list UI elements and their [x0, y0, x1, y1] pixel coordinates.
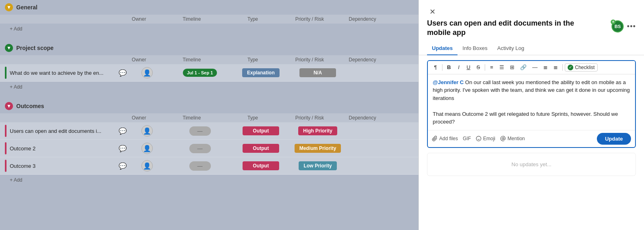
- timeline-badge: Jul 1 - Sep 1: [183, 69, 217, 77]
- section-project-scope: ▼ Project scope Owner Timeline Type Prio…: [0, 41, 418, 92]
- editor-content[interactable]: @Jennifer C On our call last week you me…: [428, 74, 635, 130]
- section-project-scope-header[interactable]: ▼ Project scope: [0, 41, 418, 55]
- col-dependency-label: Dependency: [338, 16, 387, 22]
- ps-col-timeline-label: Timeline: [159, 57, 224, 63]
- more-options-button[interactable]: •••: [627, 22, 636, 31]
- outcomes-col-headers: Owner Timeline Type Priority / Risk Depe…: [0, 113, 418, 122]
- editor-toolbar: ¶ B I U S ≡ ☰ ⊞ 🔗 — ≣ ≣ ✓ Checklist: [428, 61, 635, 74]
- table-row[interactable]: Users can open and edit documents i... 💬…: [0, 122, 418, 140]
- section-outcomes-header[interactable]: ▼ Outcomes: [0, 99, 418, 113]
- row-type: Output: [232, 144, 289, 153]
- mention-button[interactable]: Mention: [500, 136, 525, 141]
- ps-col-owner-label: Owner: [119, 57, 159, 63]
- panel-title: Users can open and edit documents in the…: [427, 19, 598, 38]
- tab-updates[interactable]: Updates: [427, 42, 458, 55]
- project-scope-icon: ▼: [5, 44, 13, 52]
- avatar-plus-icon: +: [611, 20, 616, 24]
- link-button[interactable]: 🔗: [518, 63, 529, 71]
- svg-point-3: [502, 138, 504, 140]
- comment-icon[interactable]: 💬: [119, 145, 127, 152]
- underline-button[interactable]: U: [464, 63, 473, 71]
- align-left-button[interactable]: ≣: [541, 63, 550, 71]
- panel-actions: + BS •••: [611, 19, 636, 33]
- toolbar-separator: [562, 64, 563, 71]
- row-name: Users can open and edit documents i...: [10, 128, 117, 134]
- type-badge: Output: [243, 126, 279, 135]
- section-general: ▼ General Owner Timeline Type Priority /…: [0, 0, 418, 34]
- ordered-list-button[interactable]: ≡: [487, 63, 496, 71]
- section-general-header[interactable]: ▼ General: [0, 0, 418, 15]
- col-priority-label: Priority / Risk: [281, 16, 338, 22]
- add-files-button[interactable]: Add files: [432, 136, 458, 141]
- row-owner: 👤: [127, 160, 167, 171]
- comment-icon[interactable]: 💬: [119, 69, 127, 77]
- general-icon: ▼: [5, 3, 13, 11]
- right-panel: ✕ Users can open and edit documents in t…: [418, 0, 644, 230]
- general-add-row[interactable]: + Add: [0, 24, 418, 34]
- row-type: Explanation: [232, 68, 289, 77]
- row-name: What do we want to achieve by the en...: [10, 70, 117, 76]
- table-row[interactable]: What do we want to achieve by the en... …: [0, 64, 418, 82]
- editor-area: ¶ B I U S ≡ ☰ ⊞ 🔗 — ≣ ≣ ✓ Checklist: [427, 60, 636, 148]
- row-priority: High Priority: [289, 126, 346, 135]
- avatar: 👤: [141, 125, 153, 137]
- row-timeline: —: [167, 126, 232, 136]
- bold-button[interactable]: B: [445, 63, 453, 71]
- row-priority: Low Priority: [289, 161, 346, 170]
- toolbar-separator: [485, 64, 485, 71]
- hr-button[interactable]: —: [530, 63, 540, 71]
- row-owner: 👤: [127, 143, 167, 154]
- avatar: 👤: [141, 67, 153, 78]
- paragraph-button[interactable]: ¶: [431, 63, 440, 71]
- type-badge: Explanation: [242, 68, 280, 77]
- type-badge: Output: [243, 144, 279, 153]
- panel-body: ¶ B I U S ≡ ☰ ⊞ 🔗 — ≣ ≣ ✓ Checklist: [419, 55, 644, 230]
- oc-col-dependency-label: Dependency: [338, 115, 387, 121]
- strikethrough-button[interactable]: S: [474, 63, 483, 71]
- oc-col-type-label: Type: [224, 115, 281, 121]
- project-scope-col-headers: Owner Timeline Type Priority / Risk Depe…: [0, 55, 418, 64]
- table-button[interactable]: ⊞: [507, 63, 517, 71]
- row-type: Output: [232, 126, 289, 135]
- tab-activity-log[interactable]: Activity Log: [492, 42, 529, 55]
- row-priority: Medium Priority: [289, 144, 346, 153]
- row-name: Outcome 3: [10, 163, 117, 169]
- table-row[interactable]: Outcome 3 💬 👤 — Output Low Priority: [0, 157, 418, 175]
- row-timeline: —: [167, 144, 232, 153]
- priority-badge: High Priority: [298, 126, 337, 135]
- align-right-button[interactable]: ≣: [551, 63, 560, 71]
- row-indicator: [5, 142, 7, 154]
- gif-button[interactable]: GIF: [463, 136, 471, 141]
- tab-info-boxes[interactable]: Info Boxes: [458, 42, 492, 55]
- project-scope-add-row[interactable]: + Add: [0, 82, 418, 92]
- row-owner: 👤: [127, 125, 167, 137]
- emoji-button[interactable]: Emoji: [476, 136, 495, 141]
- close-button[interactable]: ✕: [427, 7, 438, 17]
- checklist-label: Checklist: [575, 65, 595, 70]
- italic-button[interactable]: I: [454, 63, 463, 71]
- paperclip-icon: [432, 136, 438, 141]
- checklist-check-icon: ✓: [568, 65, 573, 70]
- comment-icon[interactable]: 💬: [119, 162, 127, 170]
- timeline-badge: —: [189, 144, 211, 153]
- panel-header: ✕: [419, 0, 644, 17]
- section-general-label: General: [16, 4, 37, 11]
- at-icon: [500, 136, 506, 141]
- outcomes-add-row[interactable]: + Add: [0, 175, 418, 185]
- oc-col-owner-label: Owner: [119, 115, 159, 121]
- update-button[interactable]: Update: [597, 133, 631, 145]
- priority-badge: Low Priority: [299, 161, 336, 170]
- timeline-badge: —: [189, 126, 211, 136]
- checklist-button[interactable]: ✓ Checklist: [565, 63, 598, 72]
- no-updates-area: No updates yet...: [427, 153, 636, 176]
- section-outcomes: ▼ Outcomes Owner Timeline Type Priority …: [0, 99, 418, 185]
- comment-icon[interactable]: 💬: [119, 127, 127, 135]
- mention-link[interactable]: @Jennifer C: [433, 79, 464, 85]
- table-row[interactable]: Outcome 2 💬 👤 — Output Medium Priority: [0, 140, 418, 157]
- unordered-list-button[interactable]: ☰: [497, 63, 507, 71]
- row-type: Output: [232, 161, 289, 170]
- avatar: 👤: [141, 143, 153, 154]
- section-outcomes-label: Outcomes: [16, 103, 44, 109]
- oc-col-priority-label: Priority / Risk: [281, 115, 338, 121]
- row-owner: 👤: [127, 67, 167, 78]
